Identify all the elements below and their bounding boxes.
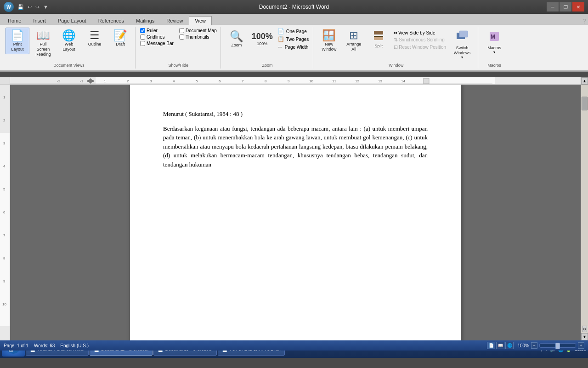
status-full-screen-button[interactable]: 📖 [496,342,504,349]
save-button[interactable]: 💾 [17,3,25,11]
zoom-out-button[interactable]: − [531,342,537,349]
doc-map-check-input[interactable] [179,28,184,33]
svg-text:6: 6 [219,79,221,83]
zoom-slider-thumb[interactable] [555,343,560,349]
svg-text:9: 9 [288,79,290,83]
svg-text:-1: -1 [80,79,84,83]
page-width-button[interactable]: ↔ Page Width [276,43,310,51]
undo-button[interactable]: ↩ [27,3,33,11]
status-print-view-button[interactable]: 📄 [487,342,495,349]
gridlines-check-input[interactable] [140,34,145,40]
one-page-button[interactable]: 📄 One Page [276,28,310,35]
two-pages-button[interactable]: 📋 Two Pages [276,35,310,43]
svg-text:9: 9 [3,279,6,283]
two-pages-icon: 📋 [277,36,284,42]
status-bar: Page: 1 of 1 Words: 63 English (U.S.) 📄 … [0,340,588,351]
minimize-button[interactable]: ─ [547,2,559,12]
split-button[interactable]: Split [367,28,390,61]
page-info: Page: 1 of 1 [4,343,28,348]
paragraph-1: Menurut ( Sukatamsi, 1984 : 48 ) [163,109,428,119]
sync-scroll-label: Synchronous Scrolling [399,37,445,42]
reset-icon: ⊡ [394,44,398,50]
group-macros: M Macros ▼ Macros [479,27,509,69]
svg-text:11: 11 [332,79,336,83]
close-button[interactable]: ✕ [572,2,584,12]
scroll-down-button[interactable]: ▼ [581,333,588,340]
ruler-checkbox[interactable]: Ruler [139,28,175,34]
arrange-all-icon: ⊞ [349,30,358,41]
scroll-track[interactable] [581,85,588,325]
print-layout-icon: 📄 [11,30,24,41]
web-layout-button[interactable]: 🌐 WebLayout [57,28,81,54]
select-browse-object-button[interactable]: ⊙ [582,326,587,332]
web-layout-icon: 🌐 [62,30,76,41]
draft-button[interactable]: 📝 Draft [108,28,132,49]
quick-access-toolbar: 💾 ↩ ↪ ▼ [17,3,49,11]
print-layout-button[interactable]: 📄 PrintLayout [6,28,29,54]
svg-rect-0 [374,31,383,34]
window-controls: ─ ❐ ✕ [547,2,584,12]
customize-qa-button[interactable]: ▼ [42,3,49,11]
ruler-check-input[interactable] [140,28,145,33]
title-bar: W 💾 ↩ ↪ ▼ Document2 - Microsoft Word ─ ❐… [0,0,588,14]
main-area: Menurut ( Sukatamsi, 1984 : 48 ) Berdasa… [0,77,588,340]
new-window-button[interactable]: 🪟 NewWindow [317,28,341,61]
scroll-up-button[interactable]: ▲ [581,77,588,85]
gridlines-checkbox[interactable]: Gridlines [139,34,175,40]
office-logo[interactable]: W [4,2,14,12]
ruler-vertical: 1 2 3 4 5 6 7 8 9 10 [0,85,10,340]
scrollbar-vertical[interactable]: ▲ ⊙ ▼ [581,77,588,340]
svg-text:3: 3 [3,141,6,145]
svg-text:10: 10 [309,79,313,83]
redo-button[interactable]: ↪ [34,3,40,11]
tab-page-layout[interactable]: Page Layout [52,16,92,25]
document-scroll-area[interactable]: Menurut ( Sukatamsi, 1984 : 48 ) Berdasa… [10,77,581,340]
svg-text:12: 12 [355,79,359,83]
tab-home[interactable]: Home [2,16,27,25]
tab-references[interactable]: References [92,16,130,25]
view-mode-buttons: 📄 📖 🌐 [487,342,514,349]
full-screen-reading-button[interactable]: 📖 Full ScreenReading [31,28,55,59]
zoom-content: 🔍 Zoom 100% 100% 📄 One Page 📋 Two Pages [225,28,310,57]
restore-button[interactable]: ❐ [560,2,571,12]
zoom-100-button[interactable]: 100% 100% [250,30,274,49]
zoom-in-button[interactable]: + [578,342,584,349]
status-right: 📄 📖 🌐 100% − + [487,342,584,349]
view-side-by-side-button[interactable]: ▪▪ View Side by Side [392,29,447,36]
tab-review[interactable]: Review [160,16,189,25]
message-bar-check-input[interactable] [140,41,145,46]
group-show-hide: Ruler Gridlines Message Bar Document Map [136,27,221,69]
ribbon-help-icon[interactable]: ? [582,17,586,25]
tab-insert[interactable]: Insert [27,16,52,25]
message-bar-checkbox[interactable]: Message Bar [139,40,175,46]
sync-scroll-button[interactable]: ⇅ Synchronous Scrolling [392,36,447,43]
scroll-thumb[interactable] [582,97,588,110]
macros-label: Macros [487,46,501,51]
arrange-all-button[interactable]: ⊞ ArrangeAll [342,28,366,61]
zoom-100-label: 100% [257,41,267,46]
document-map-checkbox[interactable]: Document Map [178,28,218,34]
thumbnails-check-input[interactable] [179,34,184,40]
tab-mailings[interactable]: Mailings [130,16,160,25]
svg-text:7: 7 [3,233,6,237]
thumbnails-checkbox[interactable]: Thumbnails [178,34,218,40]
svg-text:5: 5 [196,79,198,83]
draft-label: Draft [116,42,125,47]
tab-view[interactable]: View [189,16,212,25]
one-page-icon: 📄 [277,28,284,34]
group-doc-views-label: Document Views [3,63,135,68]
svg-text:4: 4 [173,79,175,83]
zoom-slider-track[interactable] [539,343,576,348]
switch-windows-button[interactable]: SwitchWindows ▼ [449,28,475,61]
outline-button[interactable]: ☰ Outline [83,28,107,49]
reset-position-button[interactable]: ⊡ Reset Window Position [392,44,447,51]
status-web-view-button[interactable]: 🌐 [505,342,514,349]
svg-text:4: 4 [3,164,6,168]
macros-button[interactable]: M Macros ▼ [482,28,507,56]
svg-rect-29 [424,78,429,84]
svg-text:1: 1 [3,95,6,99]
print-layout-label: PrintLayout [11,42,23,52]
svg-text:8: 8 [3,256,6,260]
svg-text:6: 6 [3,210,6,214]
zoom-button[interactable]: 🔍 Zoom [225,29,249,50]
